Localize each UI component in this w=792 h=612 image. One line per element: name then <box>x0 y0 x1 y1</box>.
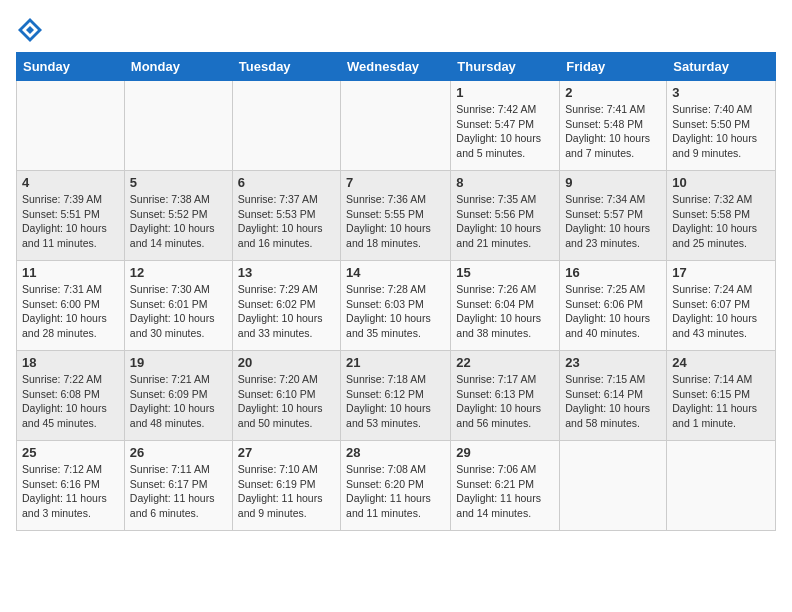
calendar-cell: 14Sunrise: 7:28 AMSunset: 6:03 PMDayligh… <box>341 261 451 351</box>
day-info: Sunrise: 7:24 AMSunset: 6:07 PMDaylight:… <box>672 282 770 341</box>
calendar-cell: 12Sunrise: 7:30 AMSunset: 6:01 PMDayligh… <box>124 261 232 351</box>
calendar-cell: 11Sunrise: 7:31 AMSunset: 6:00 PMDayligh… <box>17 261 125 351</box>
day-info: Sunrise: 7:39 AMSunset: 5:51 PMDaylight:… <box>22 192 119 251</box>
day-info: Sunrise: 7:38 AMSunset: 5:52 PMDaylight:… <box>130 192 227 251</box>
calendar-cell <box>667 441 776 531</box>
day-info: Sunrise: 7:14 AMSunset: 6:15 PMDaylight:… <box>672 372 770 431</box>
day-info: Sunrise: 7:35 AMSunset: 5:56 PMDaylight:… <box>456 192 554 251</box>
day-info: Sunrise: 7:32 AMSunset: 5:58 PMDaylight:… <box>672 192 770 251</box>
day-info: Sunrise: 7:10 AMSunset: 6:19 PMDaylight:… <box>238 462 335 521</box>
day-number: 26 <box>130 445 227 460</box>
day-info: Sunrise: 7:40 AMSunset: 5:50 PMDaylight:… <box>672 102 770 161</box>
week-row-2: 4Sunrise: 7:39 AMSunset: 5:51 PMDaylight… <box>17 171 776 261</box>
week-row-3: 11Sunrise: 7:31 AMSunset: 6:00 PMDayligh… <box>17 261 776 351</box>
day-info: Sunrise: 7:28 AMSunset: 6:03 PMDaylight:… <box>346 282 445 341</box>
calendar-cell: 8Sunrise: 7:35 AMSunset: 5:56 PMDaylight… <box>451 171 560 261</box>
day-number: 1 <box>456 85 554 100</box>
header-day-thursday: Thursday <box>451 53 560 81</box>
logo <box>16 16 48 44</box>
day-info: Sunrise: 7:21 AMSunset: 6:09 PMDaylight:… <box>130 372 227 431</box>
calendar-cell: 25Sunrise: 7:12 AMSunset: 6:16 PMDayligh… <box>17 441 125 531</box>
day-number: 22 <box>456 355 554 370</box>
day-number: 19 <box>130 355 227 370</box>
calendar-cell: 2Sunrise: 7:41 AMSunset: 5:48 PMDaylight… <box>560 81 667 171</box>
day-number: 24 <box>672 355 770 370</box>
calendar-cell <box>124 81 232 171</box>
calendar-cell: 7Sunrise: 7:36 AMSunset: 5:55 PMDaylight… <box>341 171 451 261</box>
day-number: 23 <box>565 355 661 370</box>
day-info: Sunrise: 7:41 AMSunset: 5:48 PMDaylight:… <box>565 102 661 161</box>
calendar-cell: 15Sunrise: 7:26 AMSunset: 6:04 PMDayligh… <box>451 261 560 351</box>
day-info: Sunrise: 7:26 AMSunset: 6:04 PMDaylight:… <box>456 282 554 341</box>
week-row-1: 1Sunrise: 7:42 AMSunset: 5:47 PMDaylight… <box>17 81 776 171</box>
day-number: 28 <box>346 445 445 460</box>
calendar-cell: 3Sunrise: 7:40 AMSunset: 5:50 PMDaylight… <box>667 81 776 171</box>
calendar-cell: 18Sunrise: 7:22 AMSunset: 6:08 PMDayligh… <box>17 351 125 441</box>
day-number: 25 <box>22 445 119 460</box>
day-number: 15 <box>456 265 554 280</box>
day-info: Sunrise: 7:06 AMSunset: 6:21 PMDaylight:… <box>456 462 554 521</box>
day-info: Sunrise: 7:11 AMSunset: 6:17 PMDaylight:… <box>130 462 227 521</box>
day-number: 20 <box>238 355 335 370</box>
day-info: Sunrise: 7:17 AMSunset: 6:13 PMDaylight:… <box>456 372 554 431</box>
header-day-sunday: Sunday <box>17 53 125 81</box>
calendar-cell <box>232 81 340 171</box>
day-number: 4 <box>22 175 119 190</box>
day-info: Sunrise: 7:08 AMSunset: 6:20 PMDaylight:… <box>346 462 445 521</box>
day-info: Sunrise: 7:36 AMSunset: 5:55 PMDaylight:… <box>346 192 445 251</box>
calendar-cell: 22Sunrise: 7:17 AMSunset: 6:13 PMDayligh… <box>451 351 560 441</box>
calendar-cell: 29Sunrise: 7:06 AMSunset: 6:21 PMDayligh… <box>451 441 560 531</box>
calendar-cell: 28Sunrise: 7:08 AMSunset: 6:20 PMDayligh… <box>341 441 451 531</box>
day-info: Sunrise: 7:37 AMSunset: 5:53 PMDaylight:… <box>238 192 335 251</box>
calendar-cell: 5Sunrise: 7:38 AMSunset: 5:52 PMDaylight… <box>124 171 232 261</box>
day-number: 29 <box>456 445 554 460</box>
day-number: 11 <box>22 265 119 280</box>
week-row-5: 25Sunrise: 7:12 AMSunset: 6:16 PMDayligh… <box>17 441 776 531</box>
logo-icon <box>16 16 44 44</box>
day-number: 3 <box>672 85 770 100</box>
calendar-cell: 19Sunrise: 7:21 AMSunset: 6:09 PMDayligh… <box>124 351 232 441</box>
calendar-cell: 4Sunrise: 7:39 AMSunset: 5:51 PMDaylight… <box>17 171 125 261</box>
day-info: Sunrise: 7:12 AMSunset: 6:16 PMDaylight:… <box>22 462 119 521</box>
day-info: Sunrise: 7:25 AMSunset: 6:06 PMDaylight:… <box>565 282 661 341</box>
day-number: 16 <box>565 265 661 280</box>
day-info: Sunrise: 7:15 AMSunset: 6:14 PMDaylight:… <box>565 372 661 431</box>
day-number: 13 <box>238 265 335 280</box>
calendar-cell: 24Sunrise: 7:14 AMSunset: 6:15 PMDayligh… <box>667 351 776 441</box>
day-info: Sunrise: 7:29 AMSunset: 6:02 PMDaylight:… <box>238 282 335 341</box>
calendar-cell <box>17 81 125 171</box>
calendar-cell: 10Sunrise: 7:32 AMSunset: 5:58 PMDayligh… <box>667 171 776 261</box>
day-number: 6 <box>238 175 335 190</box>
day-info: Sunrise: 7:31 AMSunset: 6:00 PMDaylight:… <box>22 282 119 341</box>
header-day-wednesday: Wednesday <box>341 53 451 81</box>
day-info: Sunrise: 7:20 AMSunset: 6:10 PMDaylight:… <box>238 372 335 431</box>
day-number: 18 <box>22 355 119 370</box>
day-number: 5 <box>130 175 227 190</box>
day-number: 27 <box>238 445 335 460</box>
calendar-cell: 27Sunrise: 7:10 AMSunset: 6:19 PMDayligh… <box>232 441 340 531</box>
day-number: 12 <box>130 265 227 280</box>
calendar-cell: 16Sunrise: 7:25 AMSunset: 6:06 PMDayligh… <box>560 261 667 351</box>
header-row: SundayMondayTuesdayWednesdayThursdayFrid… <box>17 53 776 81</box>
day-number: 10 <box>672 175 770 190</box>
calendar-cell <box>341 81 451 171</box>
header-day-saturday: Saturday <box>667 53 776 81</box>
day-info: Sunrise: 7:18 AMSunset: 6:12 PMDaylight:… <box>346 372 445 431</box>
header-day-monday: Monday <box>124 53 232 81</box>
day-number: 2 <box>565 85 661 100</box>
header-day-tuesday: Tuesday <box>232 53 340 81</box>
day-number: 7 <box>346 175 445 190</box>
header-day-friday: Friday <box>560 53 667 81</box>
day-number: 14 <box>346 265 445 280</box>
day-info: Sunrise: 7:30 AMSunset: 6:01 PMDaylight:… <box>130 282 227 341</box>
calendar-cell: 26Sunrise: 7:11 AMSunset: 6:17 PMDayligh… <box>124 441 232 531</box>
calendar-cell: 9Sunrise: 7:34 AMSunset: 5:57 PMDaylight… <box>560 171 667 261</box>
day-info: Sunrise: 7:22 AMSunset: 6:08 PMDaylight:… <box>22 372 119 431</box>
calendar-cell: 13Sunrise: 7:29 AMSunset: 6:02 PMDayligh… <box>232 261 340 351</box>
day-number: 21 <box>346 355 445 370</box>
calendar-cell: 21Sunrise: 7:18 AMSunset: 6:12 PMDayligh… <box>341 351 451 441</box>
calendar-cell: 6Sunrise: 7:37 AMSunset: 5:53 PMDaylight… <box>232 171 340 261</box>
page-header <box>16 16 776 44</box>
day-number: 8 <box>456 175 554 190</box>
calendar-cell: 20Sunrise: 7:20 AMSunset: 6:10 PMDayligh… <box>232 351 340 441</box>
